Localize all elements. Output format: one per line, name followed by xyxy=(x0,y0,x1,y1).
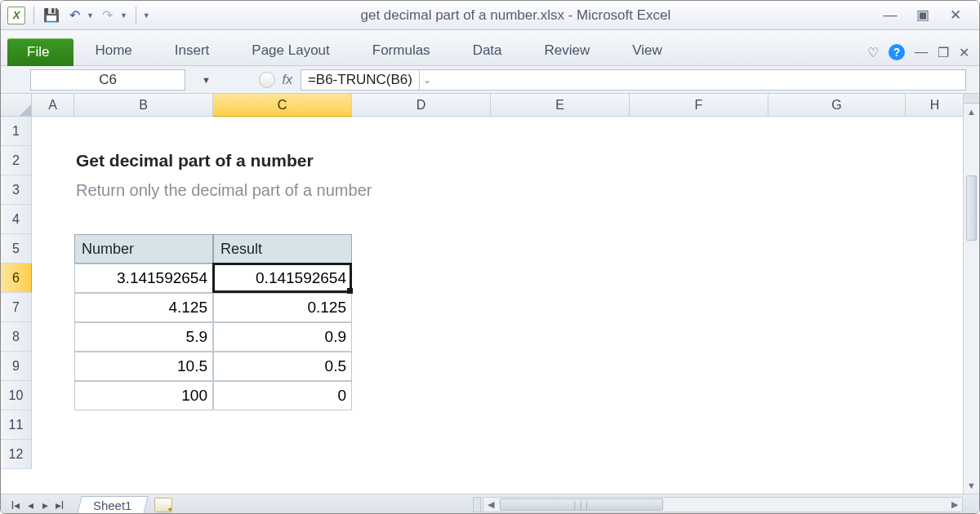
excel-logo-icon xyxy=(7,7,25,24)
row-header-11[interactable]: 11 xyxy=(1,410,32,440)
row-header-12[interactable]: 12 xyxy=(1,440,32,469)
home-tab[interactable]: Home xyxy=(74,36,153,65)
column-header-B[interactable]: B xyxy=(74,94,213,117)
vertical-scroll-thumb[interactable] xyxy=(966,175,977,241)
scroll-down-icon[interactable]: ▼ xyxy=(964,477,979,494)
scroll-right-icon[interactable]: ▶ xyxy=(947,499,962,510)
table-cell-result-1[interactable]: 0.125 xyxy=(213,293,352,322)
doc-minimize-button[interactable]: — xyxy=(915,45,928,60)
undo-dropdown-icon[interactable]: ▼ xyxy=(87,11,94,20)
qat-divider xyxy=(33,7,34,24)
cell-subtitle[interactable]: Return only the decimal part of a number xyxy=(74,175,646,205)
row-headers: 123456789101112 xyxy=(1,117,32,469)
qat-customize-icon[interactable]: ▼ xyxy=(143,11,150,20)
insert-tab[interactable]: Insert xyxy=(154,36,231,65)
cancel-formula-button[interactable] xyxy=(259,72,275,88)
window-title: get decimal part of a number.xlsx - Micr… xyxy=(150,7,881,24)
horizontal-scrollbar[interactable]: ◀ │││ ▶ xyxy=(483,497,963,512)
table-cell-result-4[interactable]: 0 xyxy=(213,381,352,410)
column-header-A[interactable]: A xyxy=(32,94,74,117)
name-box-dropdown-icon[interactable]: ▼ xyxy=(202,75,211,85)
formulas-tab[interactable]: Formulas xyxy=(351,36,452,65)
table-cell-result-3[interactable]: 0.5 xyxy=(213,352,352,381)
sheet-tab-bar: I◂ ◂ ▸ ▸I Sheet1 ◀ │││ ▶ xyxy=(1,494,979,514)
last-sheet-button[interactable]: ▸I xyxy=(53,498,66,512)
doc-close-button[interactable]: ✕ xyxy=(959,45,969,60)
name-box[interactable]: C6 xyxy=(30,69,185,91)
scroll-left-icon[interactable]: ◀ xyxy=(483,499,498,510)
column-header-F[interactable]: F xyxy=(630,94,768,117)
save-button[interactable]: 💾 xyxy=(42,7,60,24)
window-controls: — ▣ ✕ xyxy=(881,8,979,23)
row-header-2[interactable]: 2 xyxy=(1,146,32,175)
formula-text: =B6-TRUNC(B6) xyxy=(308,72,412,88)
sheet-tab[interactable]: Sheet1 xyxy=(77,496,148,514)
row-header-6[interactable]: 6 xyxy=(1,264,32,293)
table-cell-number-1[interactable]: 4.125 xyxy=(74,293,213,322)
fx-icon[interactable]: fx xyxy=(282,73,292,87)
table-cell-number-0[interactable]: 3.141592654 xyxy=(74,264,213,293)
close-button[interactable]: ✕ xyxy=(947,8,964,23)
row-header-3[interactable]: 3 xyxy=(1,175,32,205)
ribbon-minimize-icon[interactable]: ♡ xyxy=(867,45,879,60)
column-headers: ABCDEFGH xyxy=(32,94,979,117)
data-tab[interactable]: Data xyxy=(452,36,523,65)
row-header-10[interactable]: 10 xyxy=(1,381,32,410)
file-tab[interactable]: File xyxy=(7,38,74,66)
select-all-corner[interactable] xyxy=(1,94,32,117)
column-header-D[interactable]: D xyxy=(352,94,491,117)
formula-bar: C6 ▼ fx =B6-TRUNC(B6) ⌄ xyxy=(1,66,979,94)
ribbon: File Home Insert Page Layout Formulas Da… xyxy=(1,30,979,66)
svg-marker-0 xyxy=(20,104,31,116)
formula-bar-expand-icon[interactable]: ⌄ xyxy=(419,70,435,90)
column-header-H[interactable]: H xyxy=(906,94,964,117)
cells-area[interactable]: Get decimal part of a numberReturn only … xyxy=(32,117,979,494)
doc-restore-button[interactable]: ❐ xyxy=(938,45,949,60)
next-sheet-button[interactable]: ▸ xyxy=(38,498,51,512)
table-cell-number-2[interactable]: 5.9 xyxy=(74,322,213,352)
row-header-8[interactable]: 8 xyxy=(1,322,32,352)
scroll-up-icon[interactable]: ▲ xyxy=(964,104,979,120)
cell-title[interactable]: Get decimal part of a number xyxy=(74,146,646,175)
view-tab[interactable]: View xyxy=(611,36,684,65)
horizontal-scroll-thumb[interactable]: │││ xyxy=(500,498,663,511)
first-sheet-button[interactable]: I◂ xyxy=(9,498,22,512)
table-cell-result-2[interactable]: 0.9 xyxy=(213,322,352,352)
help-icon[interactable]: ? xyxy=(889,44,905,60)
vertical-scrollbar[interactable]: ▲ ▼ xyxy=(963,94,979,494)
row-header-1[interactable]: 1 xyxy=(1,117,32,146)
column-header-C[interactable]: C xyxy=(213,94,352,117)
row-header-5[interactable]: 5 xyxy=(1,234,32,264)
sheet-tab-label: Sheet1 xyxy=(93,498,132,512)
redo-button[interactable]: ↷ xyxy=(99,7,117,24)
table-header-result[interactable]: Result xyxy=(213,234,352,264)
minimize-button[interactable]: — xyxy=(881,8,899,23)
row-header-7[interactable]: 7 xyxy=(1,293,32,322)
prev-sheet-button[interactable]: ◂ xyxy=(24,498,37,512)
review-tab[interactable]: Review xyxy=(523,36,612,65)
table-cell-number-4[interactable]: 100 xyxy=(74,381,213,410)
tab-split-handle[interactable] xyxy=(473,497,481,512)
row-header-4[interactable]: 4 xyxy=(1,205,32,234)
worksheet-grid: 123456789101112 ABCDEFGH Get decimal par… xyxy=(1,94,979,494)
table-cell-result-0[interactable]: 0.141592654 xyxy=(213,264,352,293)
name-box-value: C6 xyxy=(99,72,117,88)
row-header-9[interactable]: 9 xyxy=(1,352,32,381)
undo-button[interactable]: ↶ xyxy=(65,7,83,24)
formula-input[interactable]: =B6-TRUNC(B6) ⌄ xyxy=(301,69,966,91)
column-header-G[interactable]: G xyxy=(768,94,906,117)
new-sheet-button[interactable] xyxy=(154,498,172,512)
vertical-split-handle[interactable] xyxy=(964,94,979,104)
table-header-number[interactable]: Number xyxy=(74,234,213,264)
table-cell-number-3[interactable]: 10.5 xyxy=(74,352,213,381)
qat-divider xyxy=(136,7,136,24)
quick-access-toolbar: 💾 ↶▼ ↷▼ ▼ xyxy=(1,7,150,24)
maximize-button[interactable]: ▣ xyxy=(914,8,932,23)
page-layout-tab[interactable]: Page Layout xyxy=(230,36,350,65)
redo-dropdown-icon[interactable]: ▼ xyxy=(120,11,127,20)
column-header-E[interactable]: E xyxy=(491,94,630,117)
title-bar: 💾 ↶▼ ↷▼ ▼ get decimal part of a number.x… xyxy=(1,1,979,30)
